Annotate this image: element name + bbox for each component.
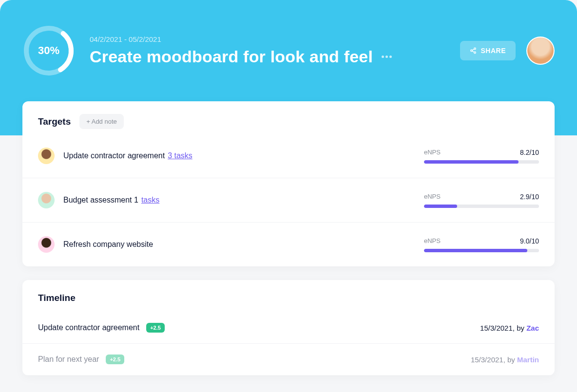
- timeline-meta: 15/3/2021, by Zac: [480, 324, 539, 332]
- metric-value: 9.0/10: [520, 237, 539, 245]
- avatar[interactable]: [526, 37, 555, 65]
- avatar: [38, 236, 55, 253]
- metric: eNPS 2.9/10: [424, 193, 539, 208]
- more-icon[interactable]: [382, 56, 392, 58]
- avatar: [38, 192, 55, 208]
- target-text: Refresh company website: [63, 240, 153, 249]
- target-text: Budget assessment 1: [63, 196, 138, 205]
- timeline-item-title: Update contractor agreement: [38, 323, 139, 332]
- delta-badge: +2.5: [146, 323, 165, 333]
- metric-value: 2.9/10: [520, 193, 539, 201]
- task-link[interactable]: 3 tasks: [168, 151, 192, 160]
- metric-label: eNPS: [424, 193, 441, 201]
- metric-label: eNPS: [424, 237, 441, 245]
- targets-title: Targets: [38, 116, 71, 127]
- timeline-card: Timeline Update contractor agreement +2.…: [22, 280, 555, 375]
- svg-line-6: [473, 51, 475, 52]
- svg-line-5: [473, 49, 475, 50]
- avatar: [38, 148, 55, 164]
- share-icon: [470, 47, 477, 54]
- svg-point-3: [471, 50, 473, 52]
- metric-bar: [424, 160, 519, 164]
- progress-label: 30%: [38, 44, 59, 57]
- timeline-user: Martin: [517, 355, 539, 364]
- header-info: 04/2/2021 - 05/2/2021 Create moodboard f…: [90, 35, 445, 66]
- metric-bar: [424, 205, 457, 208]
- timeline-item-title: Plan for next year: [38, 355, 99, 364]
- svg-point-2: [474, 48, 476, 50]
- share-label: SHARE: [481, 47, 506, 55]
- add-note-button[interactable]: + Add note: [79, 114, 124, 129]
- timeline-user: Zac: [526, 324, 539, 332]
- timeline-row[interactable]: Update contractor agreement +2.5 15/3/20…: [22, 312, 555, 344]
- svg-point-4: [474, 52, 476, 54]
- timeline-title: Timeline: [38, 293, 539, 303]
- target-text: Update contractor agreement: [63, 151, 165, 160]
- metric: eNPS 9.0/10: [424, 237, 539, 252]
- target-row[interactable]: Update contractor agreement 3 tasks eNPS…: [22, 134, 555, 178]
- page-title: Create moodboard for look and feel: [90, 47, 373, 66]
- date-range: 04/2/2021 - 05/2/2021: [90, 35, 445, 43]
- targets-card: Targets + Add note Update contractor agr…: [22, 101, 555, 266]
- metric: eNPS 8.2/10: [424, 149, 539, 164]
- metric-bar: [424, 249, 527, 252]
- delta-badge: +2.5: [106, 355, 124, 364]
- target-row[interactable]: Refresh company website eNPS 9.0/10: [22, 223, 555, 266]
- target-row[interactable]: Budget assessment 1 tasks eNPS 2.9/10: [22, 178, 555, 223]
- share-button[interactable]: SHARE: [460, 41, 516, 60]
- metric-value: 8.2/10: [520, 149, 539, 156]
- header-actions: SHARE: [460, 37, 555, 65]
- metric-label: eNPS: [424, 149, 441, 156]
- task-link[interactable]: tasks: [141, 196, 159, 205]
- timeline-row[interactable]: Plan for next year +2.5 15/3/2021, by Ma…: [22, 344, 555, 375]
- progress-ring: 30%: [22, 24, 75, 77]
- timeline-meta: 15/3/2021, by Martin: [471, 355, 539, 364]
